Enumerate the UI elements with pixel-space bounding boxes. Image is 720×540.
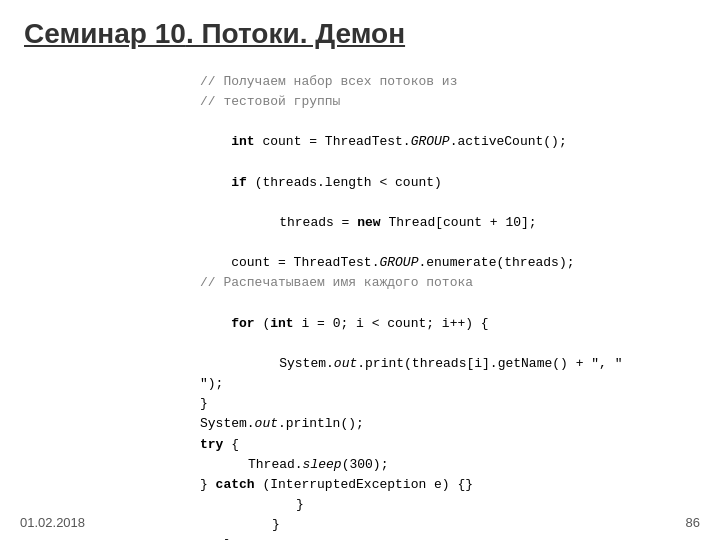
- title-underlined: Семинар 10: [24, 18, 186, 49]
- code-line: count = ThreadTest.GROUP.enumerate(threa…: [200, 233, 720, 273]
- code-line: }: [200, 515, 720, 535]
- code-line: ");: [200, 374, 720, 394]
- title: Семинар 10. Потоки. Демон: [0, 0, 720, 62]
- footer-page: 86: [686, 515, 700, 530]
- code-line: try {: [200, 435, 720, 455]
- code-line: System.out.print(threads[i].getName() + …: [200, 334, 720, 374]
- code-line: }: [200, 495, 720, 515]
- code-line: }: [200, 394, 720, 414]
- code-line: }: [200, 535, 720, 540]
- code-line: // Распечатываем имя каждого потока: [200, 273, 720, 293]
- code-line: // Получаем набор всех потоков из: [200, 72, 720, 92]
- code-block: // Получаем набор всех потоков из // тес…: [0, 62, 720, 540]
- code-line: for (int i = 0; i < count; i++) {: [200, 294, 720, 334]
- footer-date: 01.02.2018: [20, 515, 85, 530]
- code-line: threads = new Thread[count + 10];: [200, 193, 720, 233]
- code-line: System.out.println();: [200, 414, 720, 434]
- code-line: Thread.sleep(300);: [200, 455, 720, 475]
- code-line: } catch (InterruptedException e) {}: [200, 475, 720, 495]
- code-line: int count = ThreadTest.GROUP.activeCount…: [200, 112, 720, 152]
- code-line: // тестовой группы: [200, 92, 720, 112]
- title-suffix: . Потоки. Демон: [186, 18, 405, 49]
- code-line: if (threads.length < count): [200, 153, 720, 193]
